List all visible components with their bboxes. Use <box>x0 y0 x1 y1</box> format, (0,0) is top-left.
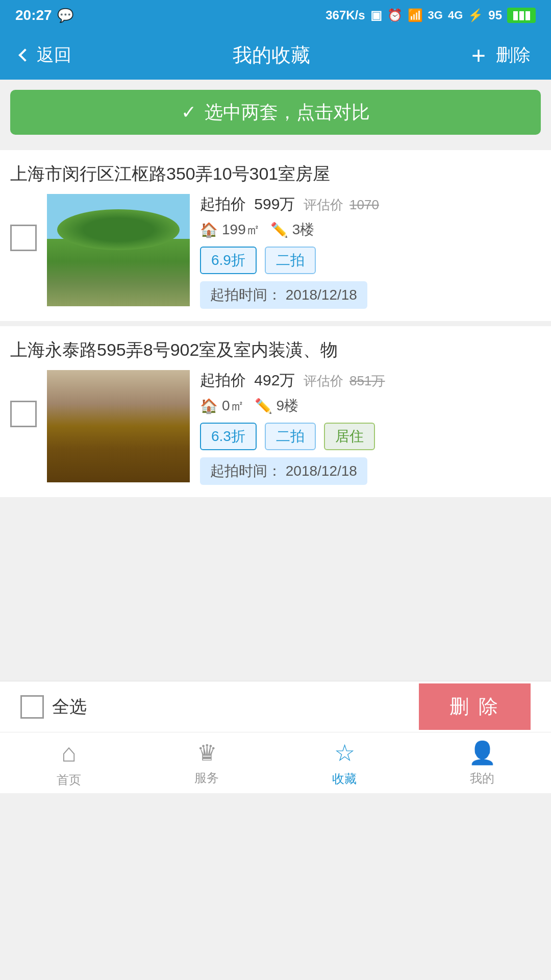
delete-button[interactable]: 删 除 <box>419 683 531 730</box>
eval-label-2: 评估价 <box>304 373 343 388</box>
nav-item-home[interactable]: ⌂ 首页 <box>0 732 138 793</box>
tag-round-1: 二拍 <box>265 247 316 274</box>
date-label-2: 起拍时间： <box>210 463 282 479</box>
start-price-1: 599万 <box>254 195 295 212</box>
detail-row-2: 🏠 0㎡ ✏️ 9楼 <box>200 396 541 415</box>
floor-value-2: 9楼 <box>277 396 299 415</box>
status-signal-3g-icon: 3G <box>428 9 443 22</box>
property-info-2: 起拍价 492万 评估价 851万 🏠 0㎡ ✏️ 9楼 6. <box>200 370 541 485</box>
nav-item-mine[interactable]: 👤 我的 <box>413 732 551 793</box>
status-app-icon: 💬 <box>57 8 73 23</box>
start-price-2: 492万 <box>254 372 295 388</box>
property-title-2: 上海永泰路595弄8号902室及室内装潢、物 <box>10 338 541 362</box>
nav-label-home: 首页 <box>57 772 81 788</box>
nav-actions: + 删除 <box>471 41 531 69</box>
status-left: 20:27 💬 <box>15 7 73 23</box>
property-title-1: 上海市闵行区江枢路350弄10号301室房屋 <box>10 162 541 186</box>
nav-item-favorites[interactable]: ☆ 收藏 <box>276 732 413 793</box>
tags-row-2: 6.3折 二拍 居住 <box>200 423 541 450</box>
floor-item-2: ✏️ 9楼 <box>255 396 299 415</box>
bottom-nav: ⌂ 首页 ♛ 服务 ☆ 收藏 👤 我的 <box>0 732 551 793</box>
nav-label-service: 服务 <box>194 770 219 786</box>
area-value-2: 0㎡ <box>222 396 244 415</box>
empty-area <box>0 507 551 681</box>
property-card-2: 上海永泰路595弄8号902室及室内装潢、物 起拍价 492万 评估价 851万… <box>0 326 551 497</box>
nav-label-favorites: 收藏 <box>332 771 357 787</box>
eval-label-1: 评估价 <box>304 197 343 212</box>
nav-bar: 返回 我的收藏 + 删除 <box>0 31 551 80</box>
property-card-1: 上海市闵行区江枢路350弄10号301室房屋 起拍价 599万 评估价 1070… <box>0 150 551 321</box>
eval-price-1: 1070 <box>349 197 379 212</box>
favorites-icon: ☆ <box>334 739 355 767</box>
floor-value-1: 3楼 <box>292 220 315 239</box>
price-row-2: 起拍价 492万 评估价 851万 <box>200 370 541 391</box>
service-icon: ♛ <box>197 740 217 766</box>
status-signal-4g-icon: 4G <box>448 9 463 22</box>
date-value-1: 2018/12/18 <box>286 287 357 303</box>
area-icon-2: 🏠 <box>200 398 218 414</box>
compare-check-icon: ✓ <box>181 102 196 123</box>
date-row-1: 起拍时间： 2018/12/18 <box>200 281 367 309</box>
tags-row-1: 6.9折 二拍 <box>200 247 541 274</box>
status-battery-icon: ▮▮▮ <box>507 8 536 23</box>
select-all-label: 全选 <box>52 695 87 719</box>
floor-item-1: ✏️ 3楼 <box>270 220 315 239</box>
status-sim-icon: ▣ <box>370 8 382 22</box>
status-right: 367K/s ▣ ⏰ 📶 3G 4G ⚡ 95 ▮▮▮ <box>325 8 536 23</box>
add-button[interactable]: + <box>471 41 486 69</box>
select-all-checkbox[interactable] <box>20 695 44 719</box>
select-checkbox-1[interactable] <box>10 225 37 251</box>
area-value-1: 199㎡ <box>222 220 260 239</box>
price-row-1: 起拍价 599万 评估价 1070 <box>200 194 541 215</box>
home-icon: ⌂ <box>61 738 77 768</box>
select-checkbox-2[interactable] <box>10 401 37 427</box>
date-row-2: 起拍时间： 2018/12/18 <box>200 457 367 485</box>
property-list: 上海市闵行区江枢路350弄10号301室房屋 起拍价 599万 评估价 1070… <box>0 140 551 507</box>
date-value-2: 2018/12/18 <box>286 463 357 479</box>
status-wifi-icon: 📶 <box>408 8 423 22</box>
status-battery: 95 <box>488 8 502 22</box>
tag-type-2: 居住 <box>324 423 375 450</box>
compare-banner[interactable]: ✓ 选中两套，点击对比 <box>10 90 541 135</box>
status-bar: 20:27 💬 367K/s ▣ ⏰ 📶 3G 4G ⚡ 95 ▮▮▮ <box>0 0 551 31</box>
floor-icon-2: ✏️ <box>255 398 272 414</box>
status-charge-icon: ⚡ <box>468 8 483 22</box>
status-network: 367K/s <box>325 8 365 22</box>
back-button[interactable]: 返回 <box>20 43 71 67</box>
floor-icon-1: ✏️ <box>270 222 288 238</box>
status-clock-icon: ⏰ <box>387 8 403 22</box>
header-delete-button[interactable]: 删除 <box>496 43 531 67</box>
tag-discount-2: 6.3折 <box>200 423 257 450</box>
compare-label: 选中两套，点击对比 <box>205 100 370 125</box>
nav-item-service[interactable]: ♛ 服务 <box>138 732 276 793</box>
status-time: 20:27 <box>15 7 52 23</box>
property-image-1 <box>47 194 190 306</box>
back-arrow-icon <box>18 48 31 61</box>
area-item-2: 🏠 0㎡ <box>200 396 244 415</box>
page-title: 我的收藏 <box>233 42 310 68</box>
area-icon-1: 🏠 <box>200 222 218 238</box>
select-all-wrap[interactable]: 全选 <box>20 695 87 719</box>
nav-label-mine: 我的 <box>470 770 494 787</box>
tag-discount-1: 6.9折 <box>200 247 257 274</box>
bottom-action-bar: 全选 删 除 <box>0 681 551 732</box>
detail-row-1: 🏠 199㎡ ✏️ 3楼 <box>200 220 541 239</box>
property-image-2 <box>47 370 190 482</box>
area-item-1: 🏠 199㎡ <box>200 220 260 239</box>
start-price-label-2: 起拍价 <box>200 372 246 388</box>
date-label-1: 起拍时间： <box>210 287 282 303</box>
property-info-1: 起拍价 599万 评估价 1070 🏠 199㎡ ✏️ 3楼 <box>200 194 541 309</box>
eval-price-2: 851万 <box>349 373 385 388</box>
start-price-label-1: 起拍价 <box>200 195 246 212</box>
checkbox-wrap-1[interactable] <box>10 194 37 251</box>
back-label: 返回 <box>37 43 71 67</box>
mine-icon: 👤 <box>468 740 496 766</box>
tag-round-2: 二拍 <box>265 423 316 450</box>
checkbox-wrap-2[interactable] <box>10 370 37 427</box>
